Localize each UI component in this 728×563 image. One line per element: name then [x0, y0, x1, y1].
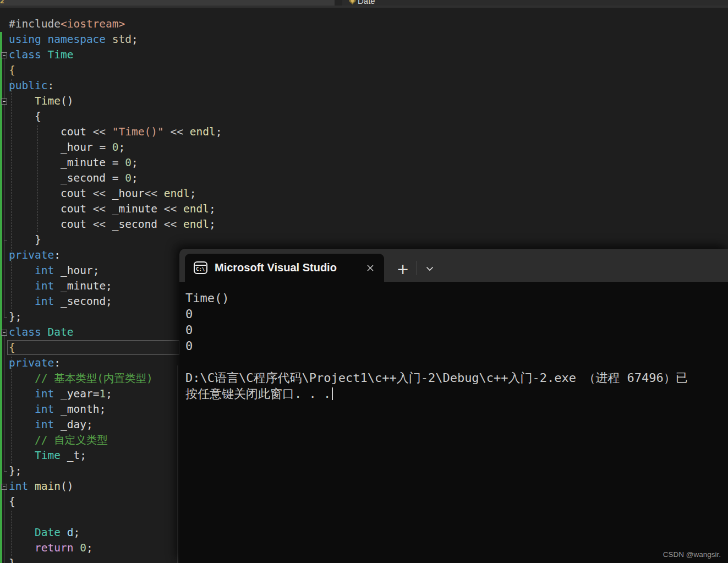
code-line[interactable]: cout << _minute << endl;	[9, 201, 222, 217]
terminal-line: 0	[185, 322, 728, 338]
new-tab-button[interactable]: +	[395, 261, 410, 276]
nav-item-date-label: Date	[358, 0, 375, 6]
code-line[interactable]: cout << _second << endl;	[9, 217, 222, 232]
terminal-titlebar[interactable]: C:\ Microsoft Visual Studio +	[179, 249, 728, 282]
class-diamond-icon	[349, 0, 356, 4]
watermark: CSDN @wangsir.	[663, 550, 721, 559]
clipped-glyph: 2	[0, 0, 4, 5]
top-bar: Date 2	[0, 0, 728, 8]
collapse-marker-time-ctor[interactable]	[1, 99, 7, 105]
code-line[interactable]: class Time	[9, 47, 222, 63]
collapse-marker-main[interactable]	[1, 484, 7, 490]
collapse-marker-class-date[interactable]	[1, 330, 7, 336]
terminal-line: Time()	[185, 290, 728, 306]
terminal-line: 0	[185, 338, 728, 354]
command-prompt-icon: C:\	[194, 261, 207, 274]
fold-guide-line	[4, 336, 4, 471]
navigation-bar: Date	[342, 0, 728, 6]
text-cursor	[332, 387, 333, 400]
terminal-line: 0	[185, 306, 728, 322]
terminal-line: D:\C语言\C程序代码\Project1\c++入门-2\Debug\c++入…	[185, 370, 728, 386]
tab-dropdown-button[interactable]	[422, 261, 437, 276]
terminal-output[interactable]: Time()000D:\C语言\C程序代码\Project1\c++入门-2\D…	[179, 282, 728, 563]
code-line[interactable]: cout << _hour<< endl;	[9, 186, 222, 201]
code-line[interactable]: {	[9, 63, 222, 78]
code-line[interactable]: }	[9, 232, 222, 248]
fold-end-tick	[4, 240, 7, 240]
terminal-tab[interactable]: C:\ Microsoft Visual Studio	[185, 254, 384, 282]
topbar-left-segment	[0, 0, 335, 6]
code-line[interactable]: public:	[9, 78, 222, 94]
code-line[interactable]: _second = 0;	[9, 171, 222, 186]
nav-item-date[interactable]: Date	[350, 0, 375, 6]
code-line[interactable]: {	[9, 109, 222, 124]
close-icon	[366, 264, 374, 272]
fold-end-tick	[4, 317, 7, 318]
code-line[interactable]: cout << "Time()" << endl;	[9, 124, 222, 140]
topbar-divider	[335, 0, 342, 6]
command-prompt-icon-text: C:\	[196, 266, 205, 272]
fold-guide-line	[4, 58, 4, 317]
code-line[interactable]: _hour = 0;	[9, 140, 222, 155]
code-line[interactable]: #include<iostream>	[9, 17, 222, 32]
fold-guide-line	[4, 490, 4, 563]
chevron-down-icon	[426, 266, 434, 271]
titlebar-separator	[417, 261, 417, 275]
terminal-tab-title: Microsoft Visual Studio	[215, 261, 337, 274]
code-line[interactable]: using namespace std;	[9, 32, 222, 47]
terminal-window: C:\ Microsoft Visual Studio + Time()000D…	[179, 249, 728, 563]
code-line[interactable]: Time()	[9, 94, 222, 109]
terminal-line: 按任意键关闭此窗口. . .	[185, 386, 728, 402]
terminal-line	[185, 354, 728, 370]
collapse-marker-class-time[interactable]	[1, 52, 7, 58]
fold-end-tick	[4, 471, 7, 472]
code-line[interactable]: _minute = 0;	[9, 155, 222, 171]
topbar-bottom-strip	[0, 6, 728, 8]
tab-close-button[interactable]	[364, 262, 376, 274]
pane-divider	[177, 365, 178, 563]
